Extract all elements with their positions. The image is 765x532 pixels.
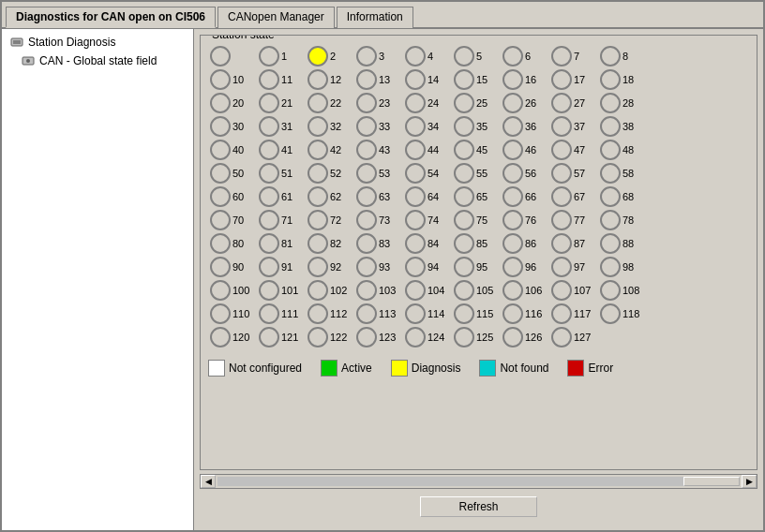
node-circle[interactable] — [502, 93, 523, 113]
node-circle[interactable] — [502, 46, 523, 66]
node-circle[interactable] — [600, 280, 621, 301]
node-circle[interactable] — [259, 257, 279, 277]
node-circle[interactable] — [308, 327, 328, 347]
node-circle[interactable] — [551, 303, 572, 324]
node-circle[interactable] — [210, 186, 231, 207]
node-circle[interactable] — [454, 303, 474, 324]
node-circle[interactable] — [356, 93, 377, 113]
tab-diagnostics[interactable]: Diagnostics for CAN open on CI506 — [6, 7, 216, 28]
node-circle[interactable] — [210, 257, 231, 277]
horizontal-scrollbar[interactable]: ◀ ▶ — [200, 474, 758, 489]
node-circle[interactable] — [454, 233, 474, 254]
node-circle[interactable] — [551, 280, 572, 301]
node-circle[interactable] — [454, 46, 474, 66]
node-circle[interactable] — [551, 69, 572, 90]
node-circle[interactable] — [600, 46, 621, 66]
node-circle[interactable] — [405, 327, 426, 347]
node-circle[interactable] — [551, 233, 572, 254]
node-circle[interactable] — [308, 233, 328, 254]
node-circle[interactable] — [405, 233, 426, 254]
node-circle[interactable] — [405, 46, 426, 66]
node-circle[interactable] — [210, 93, 231, 113]
node-circle[interactable] — [551, 46, 572, 66]
node-circle[interactable] — [551, 257, 572, 277]
node-circle[interactable] — [405, 93, 426, 113]
node-circle[interactable] — [356, 280, 377, 301]
node-circle[interactable] — [551, 140, 572, 160]
node-circle[interactable] — [502, 163, 523, 184]
node-circle[interactable] — [551, 116, 572, 137]
node-circle[interactable] — [600, 257, 621, 277]
node-circle[interactable] — [259, 93, 279, 113]
node-circle[interactable] — [454, 163, 474, 184]
node-circle[interactable] — [356, 233, 377, 254]
node-circle[interactable] — [551, 163, 572, 184]
node-circle[interactable] — [405, 210, 426, 230]
node-circle[interactable] — [405, 303, 426, 324]
node-circle[interactable] — [600, 233, 621, 254]
node-circle[interactable] — [308, 163, 328, 184]
node-circle[interactable] — [502, 280, 523, 301]
node-circle[interactable] — [356, 163, 377, 184]
node-circle[interactable] — [259, 210, 279, 230]
node-circle[interactable] — [308, 93, 328, 113]
tab-information[interactable]: Information — [337, 7, 413, 28]
node-circle[interactable] — [502, 303, 523, 324]
node-circle[interactable] — [600, 93, 621, 113]
node-circle[interactable] — [405, 116, 426, 137]
node-circle[interactable] — [356, 257, 377, 277]
node-circle[interactable] — [308, 257, 328, 277]
node-circle[interactable] — [502, 186, 523, 207]
node-circle[interactable] — [600, 210, 621, 230]
node-circle[interactable] — [502, 69, 523, 90]
node-circle[interactable] — [600, 303, 621, 324]
node-circle[interactable] — [308, 116, 328, 137]
scroll-thumb[interactable] — [683, 477, 740, 486]
node-circle[interactable] — [454, 327, 474, 347]
node-circle[interactable] — [551, 210, 572, 230]
node-circle[interactable] — [259, 163, 279, 184]
node-circle[interactable] — [259, 186, 279, 207]
node-circle[interactable] — [308, 140, 328, 160]
node-circle[interactable] — [454, 116, 474, 137]
node-circle[interactable] — [210, 327, 231, 347]
node-circle[interactable] — [405, 163, 426, 184]
node-circle[interactable] — [356, 116, 377, 137]
sidebar-item-can-global[interactable]: CAN - Global state field — [6, 52, 189, 70]
node-circle[interactable] — [454, 210, 474, 230]
scroll-left-btn[interactable]: ◀ — [201, 475, 216, 488]
node-circle[interactable] — [308, 46, 328, 66]
node-circle[interactable] — [454, 69, 474, 90]
node-circle[interactable] — [405, 69, 426, 90]
node-circle[interactable] — [356, 46, 377, 66]
node-circle[interactable] — [259, 116, 279, 137]
node-circle[interactable] — [259, 303, 279, 324]
node-circle[interactable] — [356, 210, 377, 230]
node-circle[interactable] — [454, 257, 474, 277]
node-circle[interactable] — [356, 140, 377, 160]
node-circle[interactable] — [210, 163, 231, 184]
node-circle[interactable] — [210, 280, 231, 301]
node-circle[interactable] — [454, 93, 474, 113]
node-circle[interactable] — [308, 69, 328, 90]
node-circle[interactable] — [259, 140, 279, 160]
node-circle[interactable] — [308, 280, 328, 301]
scroll-right-btn[interactable]: ▶ — [742, 475, 757, 488]
node-circle[interactable] — [210, 46, 231, 66]
node-circle[interactable] — [405, 186, 426, 207]
node-circle[interactable] — [405, 280, 426, 301]
node-circle[interactable] — [356, 186, 377, 207]
node-circle[interactable] — [600, 116, 621, 137]
node-circle[interactable] — [551, 93, 572, 113]
node-circle[interactable] — [502, 210, 523, 230]
node-circle[interactable] — [356, 303, 377, 324]
node-circle[interactable] — [356, 327, 377, 347]
node-circle[interactable] — [308, 210, 328, 230]
node-circle[interactable] — [210, 210, 231, 230]
refresh-button[interactable]: Refresh — [420, 496, 536, 517]
node-circle[interactable] — [600, 163, 621, 184]
node-circle[interactable] — [259, 233, 279, 254]
node-circle[interactable] — [210, 233, 231, 254]
node-circle[interactable] — [308, 186, 328, 207]
node-circle[interactable] — [502, 140, 523, 160]
